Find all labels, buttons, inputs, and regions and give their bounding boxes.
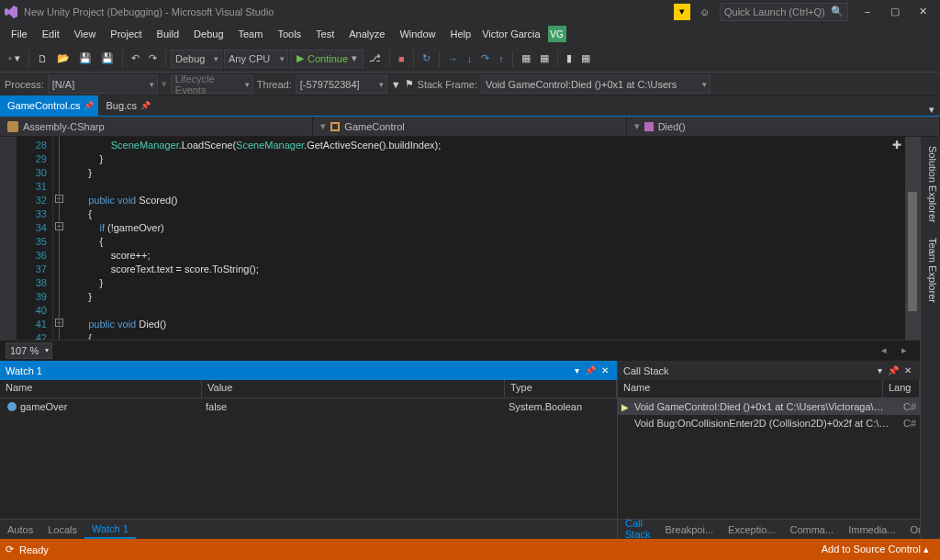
process-dropdown[interactable]: [N/A] — [48, 75, 158, 94]
quick-launch-input[interactable]: Quick Launch (Ctrl+Q) 🔍 — [720, 3, 848, 21]
watch-panel-title: Watch 1 — [6, 365, 42, 376]
step-into-button[interactable]: ↓ — [464, 51, 476, 66]
callstack-row[interactable]: Void Bug:OnCollisionEnter2D (Collision2D… — [618, 415, 920, 431]
menu-team[interactable]: Team — [231, 26, 271, 42]
nav-assembly[interactable]: Assembly-CSharp — [0, 117, 313, 136]
fold-gutter[interactable]: −−− — [53, 137, 66, 340]
nav-class[interactable]: ▾GameControl — [313, 117, 626, 136]
zoom-dropdown[interactable]: 107 % — [6, 342, 52, 359]
platform-dropdown[interactable]: Any CPU — [224, 50, 288, 68]
nav-back-button[interactable]: ◦ ▾ — [5, 50, 24, 66]
callstack-row[interactable]: ▶Void GameControl:Died ()+0x1 at C:\User… — [618, 398, 920, 415]
callstack-col-name[interactable]: Name — [618, 380, 883, 398]
menu-file[interactable]: File — [4, 26, 35, 42]
menu-project[interactable]: Project — [103, 26, 149, 42]
panel-dropdown-icon[interactable]: ▾ — [572, 365, 582, 375]
save-all-button[interactable]: 💾 — [97, 50, 118, 66]
user-avatar-badge[interactable]: VG — [548, 26, 566, 42]
current-frame-icon: ▶ — [621, 402, 634, 412]
panel-tab-immedia-[interactable]: Immedia... — [841, 521, 902, 538]
open-file-button[interactable]: 📂 — [53, 50, 73, 66]
panel-tab-breakpoi-[interactable]: Breakpoi... — [658, 521, 722, 538]
panel-tab-locals[interactable]: Locals — [40, 521, 84, 538]
configuration-dropdown[interactable]: Debug — [171, 50, 222, 68]
watch-tab-strip: AutosLocalsWatch 1 — [0, 519, 617, 539]
watch-col-type[interactable]: Type — [505, 380, 617, 398]
callstack-col-lang[interactable]: Lang — [883, 380, 920, 398]
hscroll-right-icon[interactable]: ▸ — [894, 344, 914, 356]
search-icon: 🔍 — [831, 6, 844, 17]
nav-member[interactable]: ▾Died() — [627, 117, 940, 136]
split-view-button[interactable]: ✚ — [892, 139, 901, 151]
tab-overflow-button[interactable]: ▾ — [923, 104, 940, 116]
panel-pin-icon[interactable]: 📌 — [582, 365, 599, 375]
callstack-panel-titlebar[interactable]: Call Stack ▾ 📌 ✕ — [618, 361, 920, 380]
notification-flag-icon[interactable]: ▾ — [674, 4, 690, 20]
code-editor[interactable]: 2829303132333435363738394041424344454647… — [0, 137, 920, 340]
feedback-icon[interactable]: ☺ — [699, 6, 714, 17]
hscroll-left-icon[interactable]: ◂ — [874, 344, 894, 356]
pin-icon[interactable]: 📌 — [140, 101, 151, 110]
step-over-button[interactable]: ↷ — [477, 50, 493, 66]
continue-button[interactable]: ▶Continue▾ — [290, 50, 364, 68]
stackframe-dropdown[interactable]: Void GameControl:Died ()+0x1 at C:\Users — [481, 75, 711, 94]
watch-panel-titlebar[interactable]: Watch 1 ▾ 📌 ✕ — [0, 361, 617, 380]
thread-flags-button[interactable]: ▼ — [391, 79, 401, 90]
code-body[interactable]: SceneManager.LoadScene(SceneManager.GetA… — [66, 137, 905, 340]
menu-debug[interactable]: Debug — [186, 26, 230, 42]
vertical-scrollbar[interactable] — [905, 137, 920, 340]
panel-tab-watch-1[interactable]: Watch 1 — [84, 521, 136, 539]
thread-dropdown[interactable]: [-579752384] — [296, 75, 387, 94]
minimize-button[interactable]: − — [854, 2, 881, 22]
close-button[interactable]: ✕ — [909, 2, 936, 22]
undo-button[interactable]: ↶ — [128, 50, 143, 66]
menu-tools[interactable]: Tools — [270, 26, 308, 42]
attach-button[interactable]: ⎇ — [365, 50, 385, 66]
watch-body[interactable]: gameOver false System.Boolean — [0, 398, 617, 519]
csharp-project-icon — [7, 121, 18, 132]
watch-row[interactable]: gameOver false System.Boolean — [0, 398, 617, 415]
menu-test[interactable]: Test — [308, 26, 341, 42]
step-out-button[interactable]: ↑ — [495, 51, 508, 66]
panel-dropdown-icon[interactable]: ▾ — [875, 365, 885, 375]
menu-build[interactable]: Build — [150, 26, 186, 42]
bookmark-button[interactable]: ▮ — [563, 50, 576, 66]
tab-gamecontrol[interactable]: GameControl.cs📌 — [0, 95, 98, 116]
uncomment-button[interactable]: ▦ — [536, 50, 553, 66]
method-icon — [644, 122, 654, 131]
tab-bug[interactable]: Bug.cs📌 — [98, 95, 155, 116]
watch-headers: Name Value Type — [0, 380, 617, 398]
panel-tab-autos[interactable]: Autos — [0, 521, 40, 538]
team-explorer-tab[interactable]: Team Explorer — [921, 234, 940, 307]
panel-close-icon[interactable]: ✕ — [901, 365, 914, 375]
breakpoint-gutter[interactable] — [0, 137, 17, 340]
show-next-statement-button[interactable]: → — [444, 51, 462, 66]
new-project-button[interactable]: 🗋 — [34, 51, 51, 66]
panel-close-icon[interactable]: ✕ — [599, 365, 611, 375]
panel-pin-icon[interactable]: 📌 — [885, 365, 901, 375]
save-button[interactable]: 💾 — [75, 50, 95, 66]
restart-button[interactable]: ↻ — [419, 50, 434, 66]
stop-debug-button[interactable]: ■ — [395, 51, 408, 66]
menu-window[interactable]: Window — [392, 26, 442, 42]
find-button[interactable]: ▦ — [577, 50, 594, 66]
menu-edit[interactable]: Edit — [35, 26, 67, 42]
add-to-source-control-button[interactable]: Add to Source Control ▴ — [816, 543, 934, 555]
scrollbar-thumb[interactable] — [908, 192, 917, 311]
comment-button[interactable]: ▦ — [518, 50, 534, 66]
panel-tab-comma-[interactable]: Comma... — [782, 521, 841, 538]
watch-col-value[interactable]: Value — [202, 380, 505, 398]
watch-col-name[interactable]: Name — [0, 380, 202, 398]
thread-filter-button[interactable]: ⚑ — [405, 78, 414, 90]
menu-analyze[interactable]: Analyze — [341, 26, 392, 42]
solution-explorer-tab[interactable]: Solution Explorer — [921, 142, 940, 227]
callstack-body[interactable]: ▶Void GameControl:Died ()+0x1 at C:\User… — [618, 398, 920, 519]
redo-button[interactable]: ↷ — [145, 50, 161, 66]
user-name[interactable]: Victor Garcia — [478, 28, 543, 39]
lifecycle-dropdown[interactable]: Lifecycle Events — [171, 75, 253, 94]
pin-icon[interactable]: 📌 — [84, 101, 94, 110]
menu-help[interactable]: Help — [443, 26, 479, 42]
maximize-button[interactable]: ▢ — [881, 2, 909, 22]
panel-tab-exceptio-[interactable]: Exceptio... — [721, 521, 782, 538]
menu-view[interactable]: View — [67, 26, 104, 42]
